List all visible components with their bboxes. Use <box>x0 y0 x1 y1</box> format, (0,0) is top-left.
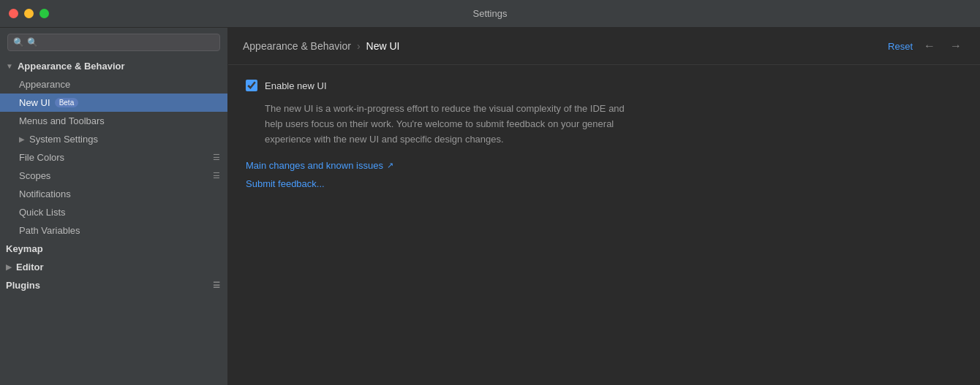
sidebar-item-scopes[interactable]: Scopes ☰ <box>0 167 227 185</box>
main-layout: 🔍 ▼ Appearance & Behavior Appearance New… <box>0 28 980 385</box>
breadcrumb-current: New UI <box>366 40 400 52</box>
content-area: Appearance & Behavior › New UI Reset ← →… <box>228 28 980 385</box>
chevron-right-icon: ▶ <box>19 135 25 143</box>
breadcrumb-parent[interactable]: Appearance & Behavior <box>243 40 351 52</box>
sidebar-item-label: Menus and Toolbars <box>19 115 105 126</box>
submit-feedback-link[interactable]: Submit feedback... <box>246 178 962 189</box>
sidebar-item-label: Notifications <box>19 188 71 199</box>
sidebar-item-plugins[interactable]: Plugins ☰ <box>0 276 227 294</box>
sidebar-item-label: Appearance <box>19 79 70 90</box>
list-icon: ☰ <box>213 171 220 180</box>
sidebar-item-path-variables[interactable]: Path Variables <box>0 221 227 240</box>
header-actions: Reset ← → <box>888 38 965 54</box>
titlebar: Settings <box>0 0 980 28</box>
breadcrumb-separator: › <box>357 40 361 52</box>
sidebar-item-menus-toolbars[interactable]: Menus and Toolbars <box>0 112 227 130</box>
content-body: Enable new UI The new UI is a work-in-pr… <box>228 65 980 385</box>
sidebar-item-keymap[interactable]: Keymap <box>0 240 227 258</box>
maximize-button[interactable] <box>39 9 49 18</box>
window-controls <box>9 9 49 18</box>
sidebar-item-system-settings[interactable]: ▶ System Settings <box>0 130 227 148</box>
sidebar-item-label: Scopes <box>19 170 50 181</box>
sidebar-item-appearance-behavior[interactable]: ▼ Appearance & Behavior <box>0 57 227 75</box>
window-title: Settings <box>473 8 508 19</box>
enable-row: Enable new UI <box>246 80 962 91</box>
chevron-down-icon: ▼ <box>6 62 13 70</box>
description-text: The new UI is a work-in-progress effort … <box>265 102 638 147</box>
external-link-icon: ↗ <box>387 161 393 170</box>
submit-feedback-label: Submit feedback... <box>246 178 325 189</box>
minimize-button[interactable] <box>24 9 34 18</box>
sidebar-item-label: File Colors <box>19 152 64 163</box>
back-button[interactable]: ← <box>920 38 939 54</box>
close-button[interactable] <box>9 9 18 18</box>
sidebar-item-label: Editor <box>16 262 44 272</box>
sidebar-item-label: System Settings <box>29 134 98 145</box>
main-changes-link[interactable]: Main changes and known issues ↗ <box>246 160 962 171</box>
sidebar-item-label: Quick Lists <box>19 207 66 218</box>
content-header: Appearance & Behavior › New UI Reset ← → <box>228 28 980 65</box>
sidebar-item-label: Appearance & Behavior <box>18 61 125 72</box>
enable-new-ui-checkbox[interactable] <box>246 80 257 91</box>
reset-button[interactable]: Reset <box>888 41 913 52</box>
sidebar-item-label: New UI <box>19 97 50 108</box>
chevron-right-icon: ▶ <box>6 263 12 271</box>
breadcrumb: Appearance & Behavior › New UI <box>243 40 399 52</box>
sidebar-item-new-ui[interactable]: New UI Beta <box>0 94 227 112</box>
enable-new-ui-label: Enable new UI <box>265 80 327 91</box>
sidebar-item-file-colors[interactable]: File Colors ☰ <box>0 148 227 167</box>
sidebar-item-quick-lists[interactable]: Quick Lists <box>0 203 227 221</box>
sidebar-list: ▼ Appearance & Behavior Appearance New U… <box>0 57 227 385</box>
list-icon: ☰ <box>213 281 220 290</box>
search-input[interactable] <box>7 34 220 51</box>
main-changes-label: Main changes and known issues <box>246 160 383 171</box>
forward-button[interactable]: → <box>946 38 965 54</box>
sidebar-item-notifications[interactable]: Notifications <box>0 185 227 203</box>
sidebar-item-editor[interactable]: ▶ Editor <box>0 258 227 276</box>
search-wrap: 🔍 <box>7 34 220 51</box>
sidebar-item-label: Path Variables <box>19 225 80 236</box>
list-icon: ☰ <box>213 153 220 162</box>
sidebar-item-label: Plugins <box>6 280 40 291</box>
sidebar-item-label: Keymap <box>6 243 43 254</box>
sidebar-item-appearance[interactable]: Appearance <box>0 75 227 94</box>
beta-badge: Beta <box>55 98 79 107</box>
sidebar: 🔍 ▼ Appearance & Behavior Appearance New… <box>0 28 228 385</box>
